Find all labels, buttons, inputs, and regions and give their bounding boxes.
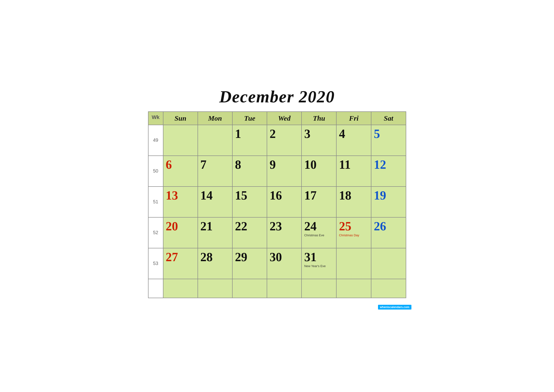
day-cell-empty — [198, 279, 232, 298]
week-number: 49 — [148, 125, 163, 156]
day-number: 14 — [200, 189, 230, 202]
page-title: December 2020 — [148, 87, 406, 107]
week-number: 53 — [148, 248, 163, 279]
day-number: 21 — [200, 219, 230, 233]
day-number: 19 — [374, 189, 403, 202]
day-number: 9 — [270, 158, 299, 171]
day-number: 3 — [304, 127, 334, 140]
day-cell-empty — [336, 279, 371, 298]
day-number: 24 — [304, 219, 334, 233]
day-number: 22 — [235, 219, 264, 233]
day-cell: 7 — [198, 156, 232, 187]
day-number: 26 — [374, 219, 403, 233]
day-cell: 2 — [267, 125, 302, 156]
day-number: 29 — [235, 250, 264, 264]
day-cell: 22 — [232, 217, 267, 248]
day-cell: 11 — [336, 156, 371, 187]
day-number: 31 — [304, 250, 334, 264]
day-number: 7 — [200, 158, 230, 171]
day-number: 10 — [304, 158, 334, 171]
day-cell: 5 — [371, 125, 406, 156]
week-number-empty — [148, 279, 163, 298]
wed-header: Wed — [267, 112, 302, 125]
day-number: 1 — [235, 127, 264, 140]
day-number: 18 — [339, 189, 368, 202]
day-cell — [163, 125, 198, 156]
calendar-page: December 2020 Wk Sun Mon Tue Wed Thu Fri… — [138, 80, 416, 312]
tue-header: Tue — [232, 112, 267, 125]
day-cell: 20 — [163, 217, 198, 248]
day-cell: 10 — [302, 156, 336, 187]
wk-header: Wk — [148, 112, 163, 125]
day-event-label: Christmas Eve — [304, 233, 334, 238]
week-number: 51 — [148, 187, 163, 217]
day-cell: 1 — [232, 125, 267, 156]
day-cell: 9 — [267, 156, 302, 187]
day-cell: 26 — [371, 217, 406, 248]
day-number: 6 — [166, 158, 195, 171]
day-cell: 3 — [302, 125, 336, 156]
day-cell — [336, 248, 371, 279]
day-cell: 30 — [267, 248, 302, 279]
day-cell: 8 — [232, 156, 267, 187]
calendar-row: 4912345 — [148, 125, 406, 156]
sat-header: Sat — [371, 112, 406, 125]
day-cell: 14 — [198, 187, 232, 217]
day-event-label: New Year's Eve — [304, 264, 334, 268]
day-cell: 17 — [302, 187, 336, 217]
day-cell: 31New Year's Eve — [302, 248, 336, 279]
day-cell-empty — [232, 279, 267, 298]
week-number: 52 — [148, 217, 163, 248]
day-cell: 27 — [163, 248, 198, 279]
extra-row — [148, 279, 406, 298]
day-cell: 18 — [336, 187, 371, 217]
day-cell: 6 — [163, 156, 198, 187]
thu-header: Thu — [302, 112, 336, 125]
day-cell — [198, 125, 232, 156]
day-number: 23 — [270, 219, 299, 233]
calendar-row: 5113141516171819 — [148, 187, 406, 217]
day-cell: 24Christmas Eve — [302, 217, 336, 248]
day-cell: 4 — [336, 125, 371, 156]
day-cell-empty — [267, 279, 302, 298]
mon-header: Mon — [198, 112, 232, 125]
day-number: 15 — [235, 189, 264, 202]
day-cell: 12 — [371, 156, 406, 187]
day-cell: 19 — [371, 187, 406, 217]
watermark-label: wheniscalendars.com — [378, 305, 411, 309]
day-cell: 13 — [163, 187, 198, 217]
sun-header: Sun — [163, 112, 198, 125]
day-cell: 28 — [198, 248, 232, 279]
day-number: 20 — [166, 219, 195, 233]
calendar-row: 522021222324Christmas Eve25Christmas Day… — [148, 217, 406, 248]
day-number: 8 — [235, 158, 264, 171]
day-number: 28 — [200, 250, 230, 264]
day-number: 27 — [166, 250, 195, 264]
fri-header: Fri — [336, 112, 371, 125]
day-number: 12 — [374, 158, 403, 171]
day-number: 11 — [339, 158, 368, 171]
week-number: 50 — [148, 156, 163, 187]
day-cell-empty — [371, 279, 406, 298]
day-number: 2 — [270, 127, 299, 140]
day-cell: 15 — [232, 187, 267, 217]
calendar-table: Wk Sun Mon Tue Wed Thu Fri Sat 491234550… — [148, 111, 406, 298]
day-number: 16 — [270, 189, 299, 202]
calendar-row: 532728293031New Year's Eve — [148, 248, 406, 279]
header-row: Wk Sun Mon Tue Wed Thu Fri Sat — [148, 112, 406, 125]
day-cell-empty — [163, 279, 198, 298]
day-cell-empty — [302, 279, 336, 298]
day-number: 4 — [339, 127, 368, 140]
calendar-row: 506789101112 — [148, 156, 406, 187]
day-cell — [371, 248, 406, 279]
day-cell: 21 — [198, 217, 232, 248]
day-number: 30 — [270, 250, 299, 264]
day-cell: 29 — [232, 248, 267, 279]
day-number: 5 — [374, 127, 403, 140]
day-number: 25 — [339, 219, 368, 233]
day-number: 17 — [304, 189, 334, 202]
day-number: 13 — [166, 189, 195, 202]
day-cell: 23 — [267, 217, 302, 248]
day-cell: 16 — [267, 187, 302, 217]
day-event-label: Christmas Day — [339, 233, 368, 238]
